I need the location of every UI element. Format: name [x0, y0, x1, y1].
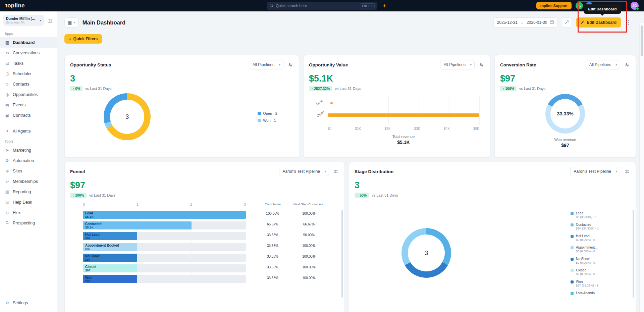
metric-value: $5.1K: [309, 73, 485, 84]
search-icon: [269, 3, 273, 9]
support-button[interactable]: topline Support: [536, 2, 572, 9]
sidebar-item-help-desk[interactable]: ☏ Help Desk: [0, 197, 57, 207]
cumulative-header: Cumulative: [256, 203, 289, 208]
sidebar-item-contacts[interactable]: ☺ Contacts: [0, 79, 57, 89]
pipeline-select-value: All Pipelines: [444, 62, 466, 67]
sidebar-item-prospecting[interactable]: Prospecting: [0, 218, 57, 228]
card-settings-icon[interactable]: [287, 61, 293, 68]
card-scrollbar[interactable]: [633, 210, 634, 298]
sidebar-item-settings[interactable]: ⚙ Settings: [0, 298, 57, 308]
sidebar-item-label: Help Desk: [13, 200, 32, 205]
card-settings-icon[interactable]: [332, 168, 339, 175]
card-settings-icon[interactable]: [624, 168, 630, 175]
pipeline-select[interactable]: All Pipelines ▾: [249, 60, 283, 69]
card-scrollbar[interactable]: [341, 210, 343, 298]
sidebar-item-scheduler[interactable]: ◷ Scheduler: [0, 68, 57, 79]
card-settings-icon[interactable]: [624, 61, 630, 68]
sidebar-item-memberships[interactable]: ⚇ Memberships: [0, 176, 57, 187]
dashboard-view-switcher[interactable]: ▦ ▾: [64, 17, 78, 28]
legend-item: No Show$0 (0.00%) - 0: [571, 257, 624, 265]
sidebar-item-ai-agents[interactable]: ✦ AI Agents: [0, 126, 57, 136]
ai-assist-button[interactable]: [562, 17, 572, 28]
legend-item: Contacted$5K (33.33%) - 1: [571, 223, 624, 230]
sidebar-item-label: Scheduler: [13, 71, 32, 76]
automation-icon: ⚙: [5, 158, 10, 163]
phone-icon[interactable]: [576, 2, 583, 9]
funnel-stage-row: Appointment Booked$97: [83, 243, 246, 251]
cumulative-chip: 33.33%: [262, 275, 284, 283]
cumulative-chip: 100.00%: [262, 211, 284, 218]
legend-detail: $97 (33.33%) - 1: [576, 284, 598, 288]
legend-swatch: [571, 246, 574, 249]
memberships-icon: ⚇: [5, 179, 10, 184]
search-placeholder: Quick search here: [276, 4, 358, 8]
card-title: Opportunity Value: [309, 62, 348, 67]
sidebar-item-flex[interactable]: ◇ Flex: [0, 207, 57, 218]
sidebar-item-tasks[interactable]: ☑ Tasks: [0, 58, 57, 68]
sidebar-item-conversations[interactable]: ✉ Conversations: [0, 48, 57, 58]
axis-tick: 0: [83, 203, 85, 208]
pipeline-select[interactable]: All Pipelines ▾: [440, 60, 475, 69]
stage-distribution-chart: 3 Lead$0 (33.33%) - 1 Contacted$5K (33.3…: [355, 200, 630, 299]
sidebar-collapse-icon[interactable]: ◫: [46, 17, 53, 24]
stage-value: $97: [85, 237, 100, 240]
funnel-bar: [83, 211, 246, 219]
notifications-icon[interactable]: [586, 2, 593, 9]
scrollbar-thumb[interactable]: [641, 25, 643, 56]
x-tick: $2K: [385, 127, 391, 131]
org-selector[interactable]: Dunder Mifflin [... Scranton, PA ▾: [3, 15, 44, 26]
sidebar-item-opportunities[interactable]: ◎ Opportunities: [0, 89, 57, 100]
pipeline-select-value: All Pipelines: [253, 62, 274, 67]
legend-item: Appointment...$0 (0.00%) - 0: [571, 246, 624, 253]
sidebar-item-automation[interactable]: ⚙ Automation: [0, 155, 57, 166]
topbar-right: topline Support JC: [536, 2, 639, 10]
sidebar-item-label: Contracts: [13, 113, 31, 118]
stage-value: $97: [85, 279, 92, 283]
cumulative-chip: 66.67%: [262, 221, 284, 229]
legend-item: Lost/Abando...: [571, 291, 624, 295]
legend-label: Appointment...: [576, 246, 597, 250]
wand-icon: [565, 20, 569, 25]
org-name: Dunder Mifflin [...: [6, 16, 38, 20]
sidebar-item-events[interactable]: ▤ Events: [0, 100, 57, 110]
quick-filters-button[interactable]: + Quick Filters: [64, 34, 102, 44]
page-scrollbar[interactable]: [639, 23, 644, 312]
card-settings-icon[interactable]: [478, 61, 485, 68]
sidebar-item-sites[interactable]: ⊕ Sites: [0, 166, 57, 176]
sidebar-item-dashboard[interactable]: ▦ Dashboard: [0, 37, 57, 48]
legend-item: Closed$0 (0.00%) - 0: [571, 268, 624, 276]
sidebar-item-label: AI Agents: [13, 129, 31, 134]
sidebar-item-marketing[interactable]: ➤ Marketing: [0, 145, 57, 155]
date-to[interactable]: 2026-01-30: [527, 20, 547, 25]
sidebar-item-label: Settings: [13, 301, 28, 305]
donut-center-label: 3: [125, 113, 129, 120]
prospecting-icon: [5, 221, 10, 225]
delta-badge: ↑ 0%: [70, 86, 83, 91]
app-logo: topline: [5, 2, 25, 9]
chart-legend: Lead$0 (33.33%) - 1 Contacted$5K (33.33%…: [571, 211, 624, 299]
next-step-chip: 100.00%: [298, 264, 320, 272]
edit-dashboard-button[interactable]: Edit Dashboard: [576, 17, 621, 28]
pipeline-select[interactable]: Aaron's Test Pipeline ▾: [279, 167, 329, 176]
metric-value: $97: [70, 180, 339, 191]
cumulative-chip: 33.33%: [262, 264, 284, 272]
total-revenue-value: $5.1K: [328, 140, 479, 145]
pipeline-select[interactable]: All Pipelines ▾: [586, 60, 620, 69]
sidebar-item-label: Opportunities: [13, 92, 38, 97]
pipeline-select[interactable]: Aaron's Test Pipeline ▾: [570, 167, 620, 176]
date-range-picker[interactable]: 2025-12-31 → 2026-01-30: [493, 17, 558, 28]
avatar[interactable]: JC: [631, 2, 639, 10]
legend-swatch: [571, 269, 574, 272]
sidebar-item-contracts[interactable]: ▣ Contracts: [0, 110, 57, 120]
events-icon: ▤: [5, 103, 10, 107]
more-options-icon[interactable]: ⋮: [625, 19, 631, 26]
sidebar-item-reporting[interactable]: ▥ Reporting: [0, 187, 57, 197]
page-title: Main Dashboard: [83, 19, 125, 26]
search-input[interactable]: Quick search here Ctrl + K: [267, 2, 377, 10]
card-title: Conversion Rate: [500, 62, 536, 67]
cumulative-chip: 33.33%: [262, 243, 284, 251]
chevron-down-icon: ▾: [324, 170, 326, 173]
date-from[interactable]: 2025-12-31: [497, 20, 518, 25]
quick-actions-icon[interactable]: [382, 0, 387, 11]
sidebar-item-label: Sites: [13, 169, 22, 173]
